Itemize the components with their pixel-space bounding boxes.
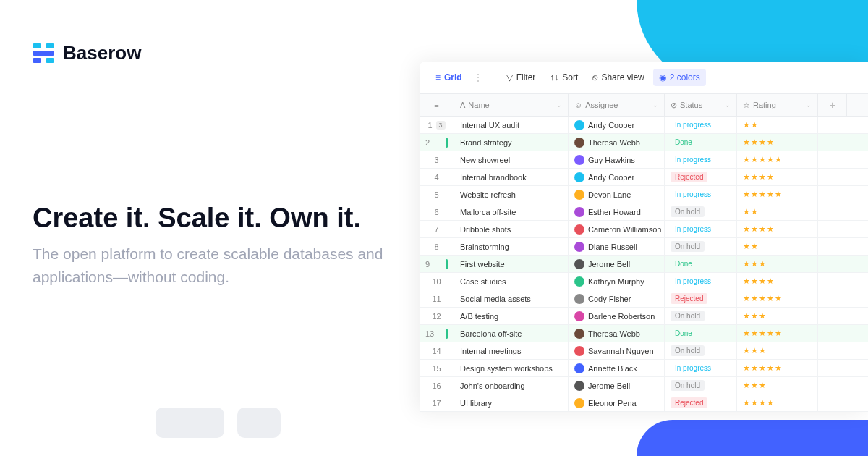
table-row[interactable]: 16John's onboardingJerome BellOn hold★★★ xyxy=(420,377,868,394)
table-row[interactable]: 2Brand strategyTheresa WebbDone★★★★ xyxy=(420,134,868,151)
cell-status[interactable]: On hold xyxy=(665,377,737,394)
cell-status[interactable]: On hold xyxy=(665,308,737,324)
cell-name[interactable]: Design system workshops xyxy=(454,360,569,376)
cell-assignee[interactable]: Esther Howard xyxy=(569,203,665,220)
cell-assignee[interactable]: Diane Russell xyxy=(569,238,665,255)
cell-name[interactable]: First website xyxy=(454,256,569,272)
cell-status[interactable]: In progress xyxy=(665,186,737,203)
cell-assignee[interactable]: Theresa Webb xyxy=(569,134,665,151)
cell-name[interactable]: Internal UX audit xyxy=(454,117,569,133)
column-name[interactable]: A Name ⌄ xyxy=(454,94,569,116)
cell-rating[interactable]: ★★★★★ xyxy=(737,360,818,376)
cell-rating[interactable]: ★★★★ xyxy=(737,394,818,411)
table-row[interactable]: 4Internal brandbookAndy CooperRejected★★… xyxy=(420,169,868,186)
subheadline: The open platform to create scalable dat… xyxy=(33,242,394,288)
cell-assignee[interactable]: Jerome Bell xyxy=(569,377,665,394)
column-status[interactable]: ⊘ Status ⌄ xyxy=(665,94,737,116)
cell-assignee[interactable]: Andy Cooper xyxy=(569,117,665,133)
cell-status[interactable]: In progress xyxy=(665,117,737,133)
cell-name[interactable]: Mallorca off-site xyxy=(454,203,569,220)
cell-rating[interactable]: ★★ xyxy=(737,238,818,255)
table-row[interactable]: 14Internal meetingsSavannah NguyenOn hol… xyxy=(420,342,868,360)
cell-assignee[interactable]: Annette Black xyxy=(569,360,665,376)
cell-assignee[interactable]: Andy Cooper xyxy=(569,169,665,185)
cell-assignee[interactable]: Theresa Webb xyxy=(569,325,665,342)
table-row[interactable]: 3New showreelGuy HawkinsIn progress★★★★★ xyxy=(420,151,868,169)
cell-name[interactable]: Internal meetings xyxy=(454,342,569,359)
cell-name[interactable]: UI library xyxy=(454,394,569,411)
cell-rating[interactable]: ★★★★ xyxy=(737,273,818,290)
cell-name[interactable]: Website refresh xyxy=(454,186,569,203)
sort-button[interactable]: ↑↓ Sort xyxy=(544,69,584,86)
cell-status[interactable]: On hold xyxy=(665,238,737,255)
cell-name[interactable]: A/B testing xyxy=(454,308,569,324)
table-row[interactable]: 13Internal UX auditAndy CooperIn progres… xyxy=(420,117,868,134)
table-row[interactable]: 8BrainstormingDiane RussellOn hold★★ xyxy=(420,238,868,256)
cell-assignee[interactable]: Kathryn Murphy xyxy=(569,273,665,290)
cell-name[interactable]: Dribbble shots xyxy=(454,221,569,237)
table-row[interactable]: 6Mallorca off-siteEsther HowardOn hold★★ xyxy=(420,203,868,221)
cell-rating[interactable]: ★★★★ xyxy=(737,221,818,237)
cell-rating[interactable]: ★★★ xyxy=(737,308,818,324)
table-row[interactable]: 5Website refreshDevon LaneIn progress★★★… xyxy=(420,186,868,203)
cell-name[interactable]: John's onboarding xyxy=(454,377,569,394)
cell-rating[interactable]: ★★★★ xyxy=(737,134,818,151)
cell-status[interactable]: In progress xyxy=(665,273,737,290)
table-row[interactable]: 13Barcelona off-siteTheresa WebbDone★★★★… xyxy=(420,325,868,342)
cell-rating[interactable]: ★★★★★ xyxy=(737,290,818,307)
cell-name[interactable]: Barcelona off-site xyxy=(454,325,569,342)
cell-name[interactable]: Brainstorming xyxy=(454,238,569,255)
cell-status[interactable]: Done xyxy=(665,325,737,342)
row-number: 8 xyxy=(420,238,454,255)
cell-assignee[interactable]: Jerome Bell xyxy=(569,256,665,272)
table-row[interactable]: 11Social media assetsCody FisherRejected… xyxy=(420,290,868,308)
cell-status[interactable]: Rejected xyxy=(665,394,737,411)
cell-status[interactable]: In progress xyxy=(665,151,737,168)
cell-status[interactable]: Rejected xyxy=(665,169,737,185)
filter-button[interactable]: ▽ Filter xyxy=(501,69,542,86)
cell-rating[interactable]: ★★ xyxy=(737,203,818,220)
cell-assignee[interactable]: Devon Lane xyxy=(569,186,665,203)
colors-button[interactable]: ◉ 2 colors xyxy=(653,69,706,86)
view-selector[interactable]: ≡ Grid xyxy=(430,69,468,86)
cell-rating[interactable]: ★★ xyxy=(737,117,818,133)
cell-assignee[interactable]: Cody Fisher xyxy=(569,290,665,307)
table-row[interactable]: 7Dribbble shotsCameron WilliamsonIn prog… xyxy=(420,221,868,238)
cell-status[interactable]: Rejected xyxy=(665,290,737,307)
cell-name[interactable]: Case studies xyxy=(454,273,569,290)
column-assignee[interactable]: ☺ Assignee ⌄ xyxy=(569,94,665,116)
view-more-icon[interactable]: ⋮ xyxy=(471,72,485,83)
cell-status[interactable]: On hold xyxy=(665,342,737,359)
cell-status[interactable]: In progress xyxy=(665,221,737,237)
cell-status[interactable]: Done xyxy=(665,256,737,272)
cell-name[interactable]: Social media assets xyxy=(454,290,569,307)
cell-assignee[interactable]: Savannah Nguyen xyxy=(569,342,665,359)
share-button[interactable]: ⎋ Share view xyxy=(587,69,650,86)
row-number: 13 xyxy=(420,117,454,133)
cell-assignee[interactable]: Cameron Williamson xyxy=(569,221,665,237)
cell-status[interactable]: On hold xyxy=(665,203,737,220)
column-rating[interactable]: ☆ Rating ⌄ xyxy=(737,94,818,116)
cell-rating[interactable]: ★★★★★ xyxy=(737,325,818,342)
cell-rating[interactable]: ★★★★★ xyxy=(737,151,818,168)
cell-rating[interactable]: ★★★★ xyxy=(737,169,818,185)
cell-assignee[interactable]: Darlene Robertson xyxy=(569,308,665,324)
table-row[interactable]: 10Case studiesKathryn MurphyIn progress★… xyxy=(420,273,868,290)
cell-rating[interactable]: ★★★ xyxy=(737,342,818,359)
cell-rating[interactable]: ★★★ xyxy=(737,256,818,272)
cell-name[interactable]: New showreel xyxy=(454,151,569,168)
cell-name[interactable]: Internal brandbook xyxy=(454,169,569,185)
table-row[interactable]: 12A/B testingDarlene RobertsonOn hold★★★ xyxy=(420,308,868,325)
table-row[interactable]: 17UI libraryEleonor PenaRejected★★★★ xyxy=(420,394,868,412)
cell-rating[interactable]: ★★★★★ xyxy=(737,186,818,203)
cell-name[interactable]: Brand strategy xyxy=(454,134,569,151)
cell-status[interactable]: Done xyxy=(665,134,737,151)
table-row[interactable]: 15Design system workshopsAnnette BlackIn… xyxy=(420,360,868,377)
table-row[interactable]: 9First websiteJerome BellDone★★★ xyxy=(420,256,868,273)
cell-assignee[interactable]: Guy Hawkins xyxy=(569,151,665,168)
row-handle-header[interactable]: ≡ xyxy=(420,94,454,116)
cell-assignee[interactable]: Eleonor Pena xyxy=(569,394,665,411)
cell-status[interactable]: In progress xyxy=(665,360,737,376)
add-column-button[interactable]: + xyxy=(818,94,847,116)
cell-rating[interactable]: ★★★ xyxy=(737,377,818,394)
